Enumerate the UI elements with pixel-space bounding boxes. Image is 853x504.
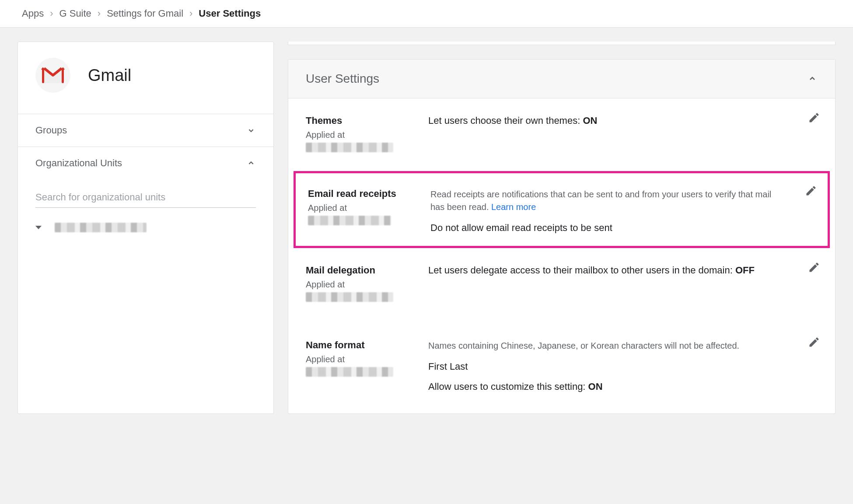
gmail-icon [41,66,65,84]
gmail-logo [35,58,70,93]
setting-right: Let users delegate access to their mailb… [428,265,818,302]
setting-left: Email read receipts Applied at [308,188,426,234]
chevron-right-icon: › [98,8,101,19]
chevron-up-icon [246,158,256,168]
setting-right: Let users choose their own themes: ON [428,115,818,152]
redacted-applied-scope [308,216,391,225]
pencil-icon [805,185,817,197]
svg-rect-0 [42,68,44,83]
groups-label: Groups [35,125,67,136]
setting-title: Mail delegation [306,265,424,276]
edit-button[interactable] [808,336,820,348]
caret-down-icon [35,226,42,229]
pencil-icon [808,112,820,124]
chevron-down-icon [246,126,256,135]
sidebar-header: Gmail [18,42,273,114]
sidebar-ou-toggle[interactable]: Organizational Units [18,147,273,179]
setting-value-text: Do not allow email read receipts to be s… [430,222,785,234]
chevron-right-icon: › [50,8,53,19]
collapsed-card [288,42,836,45]
redacted-ou-name [55,223,147,232]
edit-button[interactable] [805,185,817,197]
setting-value-line1: First Last [428,361,787,372]
user-settings-panel: User Settings Themes Applied at Let user… [288,59,836,414]
pencil-icon [808,336,820,348]
edit-button[interactable] [808,261,820,273]
setting-title: Name format [306,340,424,351]
setting-description: Names containing Chinese, Japanese, or K… [428,340,787,352]
sidebar: Gmail Groups Organizational Units [17,42,274,414]
content: Gmail Groups Organizational Units User S… [0,28,853,428]
setting-right: Names containing Chinese, Japanese, or K… [428,340,818,392]
chevron-right-icon: › [189,8,192,19]
pencil-icon [808,261,820,273]
setting-right: Read receipts are notifications that can… [430,188,815,234]
ou-tree-item[interactable] [18,211,273,244]
breadcrumb-settings-gmail[interactable]: Settings for Gmail [107,8,183,19]
setting-email-read-receipts: Email read receipts Applied at Read rece… [294,171,830,248]
setting-themes: Themes Applied at Let users choose their… [288,98,835,173]
applied-at-label: Applied at [306,130,424,140]
chevron-up-icon [807,74,818,84]
sidebar-groups-toggle[interactable]: Groups [18,114,273,147]
setting-left: Name format Applied at [306,340,424,392]
setting-title: Themes [306,115,424,126]
panel-title: User Settings [306,72,379,86]
learn-more-link[interactable]: Learn more [491,202,536,212]
breadcrumb: Apps › G Suite › Settings for Gmail › Us… [0,0,853,28]
applied-at-label: Applied at [306,354,424,364]
setting-title: Email read receipts [308,188,426,200]
setting-value-text: Let users choose their own themes: ON [428,115,597,126]
setting-value-text: Let users delegate access to their mailb… [428,265,755,276]
ou-search-input[interactable] [35,187,256,208]
edit-button[interactable] [808,112,820,124]
setting-name-format: Name format Applied at Names containing … [288,323,835,413]
setting-value-line2: Allow users to customize this setting: O… [428,381,787,392]
breadcrumb-apps[interactable]: Apps [22,8,44,19]
redacted-applied-scope [306,143,393,152]
panel-header[interactable]: User Settings [288,60,835,98]
setting-description: Read receipts are notifications that can… [430,188,785,214]
setting-left: Themes Applied at [306,115,424,152]
sidebar-app-title: Gmail [88,66,131,85]
breadcrumb-gsuite[interactable]: G Suite [59,8,91,19]
ou-label: Organizational Units [35,158,122,169]
svg-rect-1 [62,68,64,83]
setting-mail-delegation: Mail delegation Applied at Let users del… [288,248,835,323]
applied-at-label: Applied at [308,203,426,213]
setting-left: Mail delegation Applied at [306,265,424,302]
applied-at-label: Applied at [306,280,424,290]
main: User Settings Themes Applied at Let user… [288,42,836,414]
breadcrumb-user-settings: User Settings [199,8,261,19]
redacted-applied-scope [306,367,393,377]
ou-search [18,179,273,211]
redacted-applied-scope [306,292,393,302]
